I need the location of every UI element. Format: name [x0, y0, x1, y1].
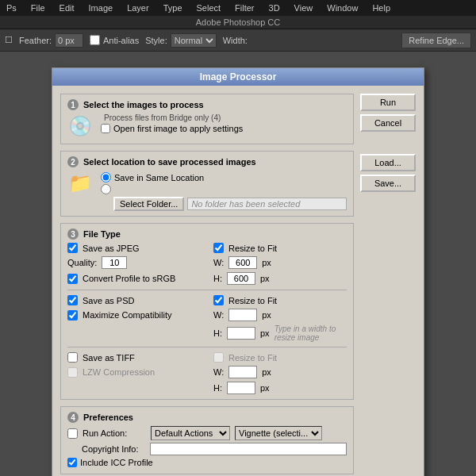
section-1: 1 Select the images to process 💿 Process…	[60, 94, 354, 144]
save-as-psd-checkbox[interactable]	[67, 295, 78, 305]
psd-hint: Type in a width to resize image	[274, 324, 347, 342]
workspace: Image Processor 1 Select the images to p…	[0, 52, 476, 476]
cancel-button[interactable]: Cancel	[360, 114, 416, 132]
image-processor-dialog: Image Processor 1 Select the images to p…	[52, 67, 424, 476]
anti-alias-checkbox[interactable]	[90, 35, 100, 45]
copyright-input[interactable]	[150, 443, 347, 455]
save-as-jpeg-label: Save as JPEG	[83, 244, 140, 253]
menu-help[interactable]: Help	[369, 0, 393, 16]
psd-w-row: W: px	[213, 309, 347, 321]
run-action-row: Run Action: Default Actions Vignette (se…	[67, 426, 347, 440]
divider-jpeg-psd	[67, 290, 347, 290]
tiff-section: Save as TIFF Resize to Fit LZW Compressi…	[67, 352, 347, 394]
open-first-image-label: Open first image to apply settings	[113, 124, 243, 133]
save-as-tiff-checkbox[interactable]	[67, 352, 78, 363]
copyright-label: Copyright Info:	[82, 444, 145, 454]
tiff-lzw-label: LZW Compression	[83, 367, 155, 377]
psd-h-input[interactable]	[227, 327, 255, 340]
section-2-inner: Save in Same Location Select Folder... N…	[101, 171, 347, 211]
tiff-w-input[interactable]	[228, 366, 257, 378]
save-button[interactable]: Save...	[360, 175, 416, 192]
icc-checkbox[interactable]	[67, 458, 77, 467]
width-label: Width:	[223, 36, 248, 45]
tiff-resize-checkbox[interactable]	[213, 352, 224, 363]
tiff-lzw-checkbox[interactable]	[67, 367, 78, 378]
psd-w-label: W:	[213, 310, 224, 320]
app-title-bar: Adobe Photoshop CC	[0, 16, 476, 29]
open-first-image-checkbox[interactable]	[101, 124, 110, 133]
save-same-label: Save in Same Location	[114, 173, 204, 182]
menu-window[interactable]: Window	[324, 0, 361, 16]
run-button[interactable]: Run	[360, 94, 416, 111]
jpeg-resize-row: Resize to Fit	[213, 243, 347, 253]
feather-group: Feather:	[19, 33, 83, 48]
jpeg-convert-checkbox[interactable]	[67, 274, 78, 284]
section-4-title: Preferences	[83, 413, 133, 422]
jpeg-w-row: W: px	[213, 256, 347, 269]
section-1-num: 1	[67, 99, 79, 110]
icc-row: Include ICC Profile	[67, 458, 347, 467]
cd-icon-1: 💿	[67, 113, 93, 139]
psd-section: Save as PSD Resize to Fit Maximize Compa…	[67, 295, 347, 342]
tiff-w-row: W: px	[213, 366, 347, 378]
menu-image[interactable]: Image	[86, 0, 117, 16]
psd-maximize-label: Maximize Compatibility	[83, 310, 171, 320]
jpeg-quality-input[interactable]	[102, 256, 127, 269]
dialog-buttons: Run Cancel Load... Save...	[360, 94, 416, 474]
save-as-tiff-label: Save as TIFF	[83, 353, 135, 363]
menu-filter[interactable]: Filter	[232, 0, 257, 16]
section-2: 2 Select location to save processed imag…	[60, 151, 354, 217]
run-action-label: Run Action:	[83, 428, 146, 438]
psd-w-input[interactable]	[228, 309, 257, 321]
run-action-select-2[interactable]: Vignette (selecti...	[235, 426, 322, 440]
run-action-select-1[interactable]: Default Actions	[151, 426, 230, 440]
tiff-h-input[interactable]	[227, 382, 255, 394]
width-group: Width:	[223, 36, 248, 45]
jpeg-h-input[interactable]	[227, 272, 255, 285]
jpeg-h-row: H: px	[213, 272, 347, 285]
jpeg-convert-row: Convert Profile to sRGB	[67, 272, 201, 285]
psd-resize-row: Resize to Fit	[213, 295, 347, 305]
save-as-jpeg-checkbox[interactable]	[67, 243, 78, 253]
tiff-px2: px	[260, 383, 270, 393]
menu-ps[interactable]: Ps	[3, 0, 20, 16]
refine-edge-button[interactable]: Refine Edge...	[401, 33, 471, 48]
section-4-num: 4	[67, 412, 79, 423]
divider-psd-tiff	[67, 347, 347, 347]
psd-resize-label: Resize to Fit	[228, 296, 277, 305]
run-action-checkbox[interactable]	[67, 428, 78, 439]
menu-type[interactable]: Type	[160, 0, 186, 16]
jpeg-w-input[interactable]	[228, 256, 257, 269]
anti-alias-label: Anti-alias	[103, 36, 139, 45]
tiff-h-label: H:	[213, 383, 222, 393]
psd-h-label: H:	[213, 328, 222, 338]
menu-edit[interactable]: Edit	[56, 0, 78, 16]
jpeg-resize-checkbox[interactable]	[213, 243, 224, 253]
menu-view[interactable]: View	[291, 0, 317, 16]
menu-file[interactable]: File	[28, 0, 48, 16]
section-4: 4 Preferences Run Action: Default Action…	[60, 406, 354, 474]
select-folder-radio[interactable]	[101, 184, 111, 194]
tiff-px1: px	[262, 367, 271, 377]
jpeg-px2: px	[260, 274, 270, 283]
tiff-w-label: W:	[213, 367, 224, 377]
tiff-lzw-row: LZW Compression	[67, 366, 201, 378]
section-1-inner: Process files from Bridge only (4) Open …	[101, 113, 347, 135]
psd-maximize-checkbox[interactable]	[67, 310, 78, 321]
select-folder-button[interactable]: Select Folder...	[113, 197, 184, 211]
section-1-header: 1 Select the images to process	[67, 99, 347, 110]
menu-select[interactable]: Select	[194, 0, 225, 16]
tiff-resize-label: Resize to Fit	[228, 353, 277, 363]
load-button[interactable]: Load...	[360, 154, 416, 171]
psd-resize-checkbox[interactable]	[213, 295, 224, 305]
save-same-radio[interactable]	[101, 172, 111, 182]
jpeg-section: Save as JPEG Resize to Fit Quality: W:	[67, 243, 347, 285]
psd-h-row: H: px Type in a width to resize image	[213, 324, 347, 342]
feather-input[interactable]	[55, 33, 83, 48]
jpeg-quality-row: Quality:	[67, 256, 201, 269]
menu-layer[interactable]: Layer	[124, 0, 152, 16]
style-select[interactable]: Normal	[171, 33, 217, 48]
section-3-header: 3 File Type	[67, 228, 347, 240]
style-group: Style: Normal	[145, 33, 217, 48]
menu-3d[interactable]: 3D	[266, 0, 283, 16]
